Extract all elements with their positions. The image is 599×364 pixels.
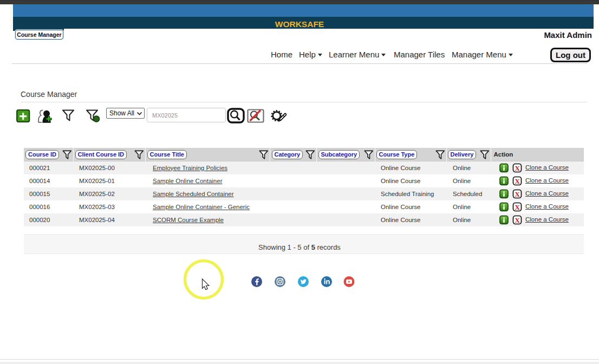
svg-text:X: X: [515, 164, 520, 172]
svg-text:X: X: [515, 216, 520, 224]
svg-text:X: X: [515, 177, 520, 185]
svg-text:X: X: [515, 190, 520, 198]
svg-text:X: X: [515, 203, 520, 211]
